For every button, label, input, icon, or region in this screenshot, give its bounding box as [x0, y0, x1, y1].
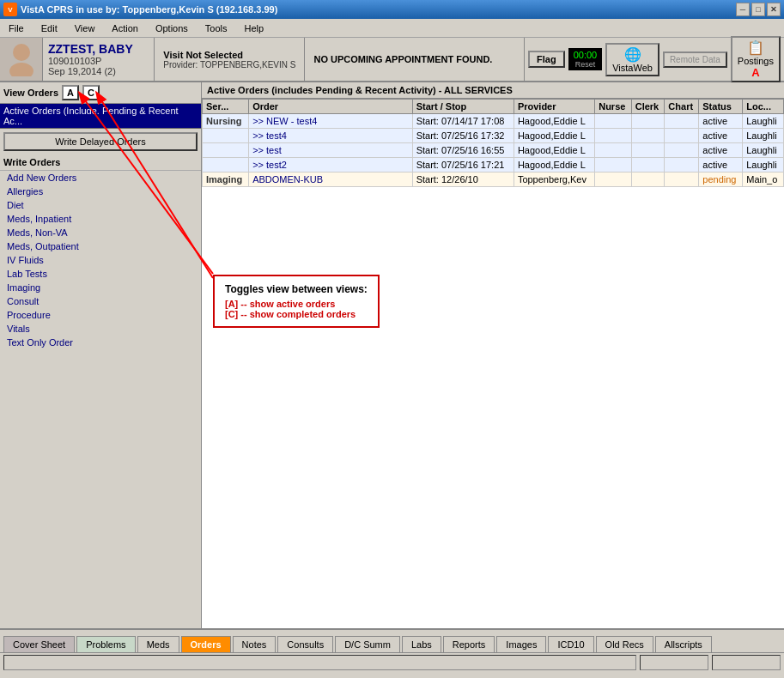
cell-service: Nursing	[203, 114, 249, 129]
menu-options[interactable]: Options	[150, 21, 193, 35]
vistaweb-icon: 🌐	[624, 46, 641, 63]
cell-location: Main_o	[743, 173, 784, 187]
active-orders-item[interactable]: Active Orders (Include. Pending & Recent…	[0, 104, 201, 129]
patient-dob: Sep 19,2014 (2)	[48, 66, 149, 76]
menu-action[interactable]: Action	[106, 21, 143, 35]
cell-start: Start: 07/14/17 17:08	[412, 114, 514, 129]
view-btn-a[interactable]: A	[62, 85, 79, 100]
tab-dc-summ[interactable]: D/C Summ	[335, 636, 400, 652]
order-item-allergies[interactable]: Allergies	[0, 185, 201, 198]
menu-edit[interactable]: Edit	[36, 21, 63, 35]
annotation-title: Toggles view between views:	[225, 283, 368, 295]
cell-chart	[665, 158, 699, 173]
table-row[interactable]: >> test2 Start: 07/25/16 17:21 Hagood,Ed…	[203, 158, 784, 173]
col-start-stop: Start / Stop	[412, 100, 514, 114]
col-location: Loc...	[743, 100, 784, 114]
patient-id: 109010103P	[48, 56, 149, 66]
svg-point-1	[9, 63, 33, 76]
time-display: 00:00 Reset	[568, 48, 603, 70]
tab-orders[interactable]: Orders	[181, 636, 231, 652]
cell-location: Laughli	[743, 129, 784, 143]
tab-labs[interactable]: Labs	[402, 636, 441, 652]
cell-order: >> test	[249, 143, 412, 158]
vistaweb-label: VistaWeb	[612, 63, 653, 73]
view-btn-c[interactable]: C	[82, 85, 100, 100]
right-panel: Active Orders (includes Pending & Recent…	[202, 82, 784, 628]
postings-icon: 📋	[747, 39, 764, 56]
order-item-meds-outpatient[interactable]: Meds, Outpatient	[0, 239, 201, 253]
header-buttons: Flag 00:00 Reset 🌐 VistaWeb Remote Data …	[525, 38, 784, 81]
annotation-line2: [C] -- show completed orders	[225, 309, 368, 319]
order-item-diet[interactable]: Diet	[0, 198, 201, 212]
order-item-meds-nonva[interactable]: Meds, Non-VA	[0, 226, 201, 239]
tab-consults[interactable]: Consults	[277, 636, 333, 652]
visit-section: Visit Not Selected Provider: TOPPENBERG,…	[154, 38, 305, 81]
vistaweb-button[interactable]: 🌐 VistaWeb	[605, 43, 659, 76]
order-item-imaging[interactable]: Imaging	[0, 281, 201, 294]
orders-table-container[interactable]: Ser... Order Start / Stop Provider Nurse…	[202, 99, 784, 628]
cell-service	[203, 129, 249, 143]
order-item-iv-fluids[interactable]: IV Fluids	[0, 253, 201, 267]
table-row[interactable]: Imaging ABDOMEN-KUB Start: 12/26/10 Topp…	[203, 173, 784, 187]
orders-panel-header: Active Orders (includes Pending & Recent…	[202, 82, 784, 99]
annotation-line1: [A] -- show active orders	[225, 299, 368, 309]
postings-button[interactable]: 📋 Postings A	[731, 36, 781, 82]
cell-order: >> test4	[249, 129, 412, 143]
cell-chart	[665, 114, 699, 129]
tab-icd10[interactable]: ICD10	[548, 636, 593, 652]
cell-status: active	[699, 158, 743, 173]
title-text: VistA CPRS in use by: Toppenberg,Kevin S…	[21, 4, 277, 15]
status-bar	[0, 652, 784, 671]
tab-notes[interactable]: Notes	[233, 636, 277, 652]
menu-tools[interactable]: Tools	[200, 21, 233, 35]
view-orders-bar: View Orders A C	[0, 82, 201, 104]
order-item-lab-tests[interactable]: Lab Tests	[0, 267, 201, 281]
cell-clerk	[631, 173, 665, 187]
write-orders-label: Write Orders	[0, 154, 201, 171]
orders-table: Ser... Order Start / Stop Provider Nurse…	[202, 99, 784, 187]
tab-allscripts[interactable]: Allscripts	[655, 636, 712, 652]
patient-name: ZZTEST, BABY	[48, 42, 149, 56]
cell-provider: Toppenberg,Kev	[514, 173, 594, 187]
order-item-vitals[interactable]: Vitals	[0, 322, 201, 336]
patient-info: ZZTEST, BABY 109010103P Sep 19,2014 (2)	[43, 38, 154, 81]
write-delayed-orders-button[interactable]: Write Delayed Orders	[3, 132, 198, 151]
cell-clerk	[631, 129, 665, 143]
flag-button[interactable]: Flag	[528, 51, 565, 68]
close-button[interactable]: ✕	[767, 3, 781, 16]
patient-header: ZZTEST, BABY 109010103P Sep 19,2014 (2) …	[0, 38, 784, 82]
order-item-consult[interactable]: Consult	[0, 294, 201, 308]
col-chart: Chart	[665, 100, 699, 114]
cell-status: pending	[699, 173, 743, 187]
patient-avatar	[0, 38, 43, 81]
table-row[interactable]: Nursing >> NEW - test4 Start: 07/14/17 1…	[203, 114, 784, 129]
order-item-procedure[interactable]: Procedure	[0, 308, 201, 322]
tab-meds[interactable]: Meds	[137, 636, 179, 652]
cell-start: Start: 07/25/16 17:21	[412, 158, 514, 173]
visit-label: Visit Not Selected	[163, 50, 295, 60]
tab-images[interactable]: Images	[496, 636, 546, 652]
menu-help[interactable]: Help	[240, 21, 270, 35]
maximize-button[interactable]: □	[751, 3, 765, 16]
status-segment-3	[712, 655, 781, 670]
cell-chart	[665, 129, 699, 143]
cell-location: Laughli	[743, 158, 784, 173]
tab-cover-sheet[interactable]: Cover Sheet	[3, 636, 75, 652]
table-row[interactable]: >> test Start: 07/25/16 16:55 Hagood,Edd…	[203, 143, 784, 158]
menu-view[interactable]: View	[70, 21, 100, 35]
table-row[interactable]: >> test4 Start: 07/25/16 17:32 Hagood,Ed…	[203, 129, 784, 143]
order-item-meds-inpatient[interactable]: Meds, Inpatient	[0, 212, 201, 226]
order-item-text-only[interactable]: Text Only Order	[0, 336, 201, 349]
tab-problems[interactable]: Problems	[76, 636, 135, 652]
remote-data-button[interactable]: Remote Data	[663, 51, 727, 68]
minimize-button[interactable]: ─	[736, 3, 750, 16]
cell-chart	[665, 143, 699, 158]
tab-reports[interactable]: Reports	[443, 636, 495, 652]
tab-old-recs[interactable]: Old Recs	[596, 636, 653, 652]
order-item-add-new[interactable]: Add New Orders	[0, 171, 201, 185]
view-orders-label: View Orders	[3, 88, 58, 98]
cell-nurse	[595, 114, 632, 129]
menu-file[interactable]: File	[3, 21, 29, 35]
visit-provider: Provider: TOPPENBERG,KEVIN S	[163, 60, 295, 70]
col-provider: Provider	[514, 100, 594, 114]
